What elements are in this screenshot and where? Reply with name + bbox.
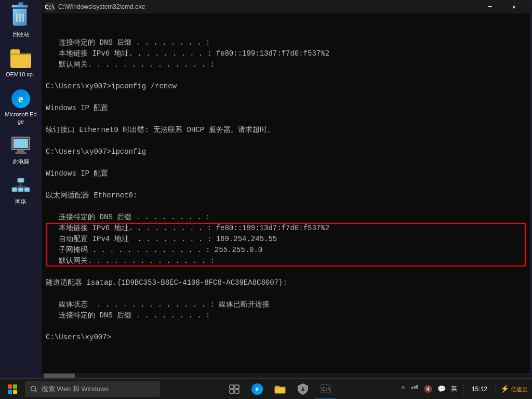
cmd-line [46,157,526,168]
cmd-icon: C:\ [46,3,54,11]
svg-rect-8 [13,384,17,389]
tray-language-indicator[interactable]: 英 [449,384,459,393]
network-label: 网络 [15,198,26,205]
cmd-line: C:\Users\xy007> [46,332,526,343]
svg-point-11 [31,386,36,391]
taskbar-explorer-button[interactable] [270,379,290,400]
cmd-line [46,136,526,147]
svg-rect-7 [8,384,12,389]
oem-label: OEM10.xp.. [6,71,36,78]
cmd-taskbar-icon: C:\ [321,384,331,393]
search-icon [30,385,37,393]
yisuyun-icon: ⚡ [500,384,509,393]
cmd-line: 自动配置 IPv4 地址 . . . . . . . . : 169.254.2… [46,234,526,245]
tray-volume-icon[interactable]: 🔇 [422,385,434,393]
cmd-line: C:\Users\xy007>ipconfig /renew [46,81,526,92]
svg-rect-22 [411,387,413,389]
cmd-line [46,288,526,299]
cmd-window: C:\ C:\Windows\system32\cmd.exe — ✕ 连接特定… [42,0,530,378]
svg-point-18 [301,387,304,389]
cmd-line [46,321,526,332]
cmd-line: C:\Users\xy007>ipconfig [46,147,526,157]
cmd-line [46,179,526,190]
cmd-title: C:\Windows\system32\cmd.exe [58,3,474,10]
task-view-icon [229,384,240,394]
edge-icon[interactable]: e Microsoft Edge [2,85,39,128]
yisuyun-label: 亿速云 [511,386,528,392]
svg-rect-24 [416,385,418,389]
taskbar-edge-icon: e [251,383,263,395]
scrollbar-thumb[interactable] [44,374,75,378]
network-img-icon [10,177,31,195]
cmd-line: 以太网适配器 Ethernet0: [46,190,526,201]
minimize-button[interactable]: — [478,0,502,14]
cmd-line [46,70,526,81]
cmd-line [46,114,526,125]
taskbar-cmd-button[interactable]: C:\ [315,379,336,400]
cmd-line: Windows IP 配置 [46,168,526,179]
start-button[interactable] [0,379,25,400]
taskbar-search[interactable]: 搜索 Web 和 Windows [25,381,160,397]
cmd-line: 隧道适配器 isatap.{1D9BC353-B8EC-4108-8FC8-AC… [46,277,526,288]
search-placeholder: 搜索 Web 和 Windows [42,384,109,394]
svg-rect-16 [235,390,239,393]
cmd-line: 默认网关. . . . . . . . . . . . . . : [46,59,526,70]
svg-rect-19 [301,389,304,391]
security-icon [298,383,308,395]
recycle-bin-icon[interactable]: 回收站 [2,5,39,41]
taskbar-security-button[interactable] [292,379,313,400]
tray-network-icon[interactable] [409,384,420,394]
svg-rect-13 [230,385,234,389]
cmd-line: 连接特定的 DNS 后缀 . . . . . . . . : [46,310,526,321]
svg-rect-2 [18,188,23,192]
svg-rect-14 [235,385,239,389]
tray-divider-2 [496,383,496,395]
taskbar-pinned: e C:\ [160,379,400,400]
svg-rect-1 [12,188,17,192]
taskbar-clock[interactable]: 15:12 [468,385,491,393]
this-pc-icon[interactable]: 此电脑 [2,132,39,168]
cmd-line [46,201,526,212]
cmd-line: 媒体状态 . . . . . . . . . . . . . : 媒体已断开连接 [46,299,526,310]
cmd-line [46,267,526,277]
taskbar: 搜索 Web 和 Windows e [0,378,532,399]
cmd-titlebar: C:\ C:\Windows\system32\cmd.exe — ✕ [42,0,530,14]
tray-divider [463,383,463,395]
cmd-line: 子网掩码 . . . . . . . . . . . . . : 255.255… [46,245,526,256]
taskbar-edge-button[interactable]: e [247,379,268,400]
svg-line-12 [35,390,37,392]
task-view-button[interactable] [224,379,245,400]
desktop: 回收站 OEM10.xp.. e Microsoft Edge [0,0,532,399]
network-icon[interactable]: 网络 [2,172,39,208]
cmd-line: 本地链接 IPv6 地址. . . . . . . . . : fe80::19… [46,48,526,59]
network-tray-icon [410,384,419,392]
oem-folder-icon[interactable]: OEM10.xp.. [2,45,39,81]
cmd-window-controls: — ✕ [478,0,526,14]
recycle-bin-label: 回收站 [12,31,30,38]
svg-text:C:\: C:\ [322,387,330,392]
svg-rect-17 [275,387,285,393]
svg-line-5 [15,185,21,188]
svg-rect-15 [230,390,234,393]
computer-img-icon [10,137,31,155]
cmd-line: 默认网关. . . . . . . . . . . . . . : [46,256,526,267]
edge-logo-icon: e [11,89,30,108]
close-button[interactable]: ✕ [502,0,526,14]
tray-message-icon[interactable]: 💬 [436,385,447,393]
svg-rect-10 [13,390,17,394]
cmd-line: 本地链接 IPv6 地址. . . . . . . . . : fe80::19… [46,223,526,234]
cmd-line: 连接特定的 DNS 后缀 . . . . . . . . : [46,212,526,223]
tray-overflow-button[interactable]: ^ [400,385,407,393]
yisuyun-logo[interactable]: ⚡ 亿速云 [500,384,528,393]
cmd-line [46,92,526,103]
explorer-icon [274,384,286,394]
svg-rect-9 [8,390,12,394]
cmd-output[interactable]: 连接特定的 DNS 后缀 . . . . . . . . : 本地链接 IPv6… [42,14,530,373]
svg-line-6 [21,185,27,188]
system-tray: ^ 🔇 💬 英 15:12 [400,383,532,395]
edge-label: Microsoft Edge [4,111,37,125]
cmd-line: Windows IP 配置 [46,103,526,114]
cmd-horizontal-scrollbar[interactable] [42,373,530,378]
svg-rect-3 [24,188,30,192]
desktop-icons: 回收站 OEM10.xp.. e Microsoft Edge [0,0,42,378]
